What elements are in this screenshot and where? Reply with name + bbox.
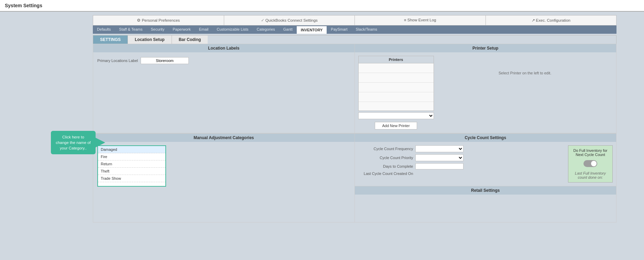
category-item-trade-show[interactable]: Trade Show [98,175,165,182]
bottom-grid: Manual Adjustment Categories Damaged Fir… [93,133,616,222]
full-inventory-label: Do Full Inventory for Next Cycle Count [572,148,608,157]
tooltip-text: Click here to change the name of your Ca… [56,135,91,150]
category-item-damaged[interactable]: Damaged [98,146,165,153]
ext-icon [532,18,536,22]
manual-adj-section: Manual Adjustment Categories Damaged Fir… [93,134,355,222]
tab-personal-prefs[interactable]: Personal Preferences [93,15,224,25]
retail-settings-header: Retail Settings [355,186,616,195]
printer-item[interactable] [359,92,434,102]
tab-event-log[interactable]: Show Event Log [355,15,486,25]
tooltip-bubble: Click here to change the name of your Ca… [51,131,96,154]
last-full-label: Last Full Inventory count done on: [572,171,608,179]
full-inventory-box: Do Full Inventory for Next Cycle Count L… [568,145,613,183]
frequency-select[interactable] [415,145,463,152]
primary-location-label: Primary Locations Label [97,59,138,63]
printer-right-panel: Select Printer on the left to edit. [437,56,613,90]
nav-tab-inventory[interactable]: INVENTORY [297,25,327,34]
category-item-return[interactable]: Return [98,160,165,168]
printer-item[interactable] [359,83,434,92]
printer-select[interactable] [358,112,434,119]
retail-settings-body [355,195,616,222]
location-labels-header: Location Labels [93,44,354,52]
printer-helper-text: Select Printer on the left to edit. [499,71,551,75]
cycle-count-section: Cycle Count Settings Cycle Count Frequen… [355,134,616,186]
printer-setup-body: Printers Add New Printer [355,52,616,133]
categories-list[interactable]: Damaged Fire Return Theft Trade Show [97,145,166,187]
frequency-row: Cycle Count Frequency [358,145,561,152]
location-labels-section: Location Labels Primary Locations Label [93,44,355,133]
section-tab-bar-coding[interactable]: Bar Coding [172,35,208,44]
nav-tab-slack-teams[interactable]: Slack/Teams [352,25,381,34]
frequency-label: Cycle Count Frequency [358,147,413,151]
printer-item[interactable] [359,102,434,111]
cycle-count-body: Cycle Count Frequency Cycle Count Priori… [355,142,616,186]
location-labels-body: Primary Locations Label [93,52,354,101]
page-title: System Settings [5,3,42,8]
full-inventory-panel: Do Full Inventory for Next Cycle Count L… [565,145,613,183]
page-wrapper: System Settings Personal Preferences Qui… [0,0,644,260]
category-item-fire[interactable]: Fire [98,153,165,160]
add-new-printer-button[interactable]: Add New Printer [375,122,417,129]
page-title-bar: System Settings [0,0,644,12]
cycle-count-fields: Cycle Count Frequency Cycle Count Priori… [358,145,561,183]
printer-list[interactable]: Printers [358,56,434,111]
category-item-theft[interactable]: Theft [98,168,165,175]
nav-tab-defaults[interactable]: Defaults [93,25,115,34]
nav-tab-paperwork[interactable]: Paperwork [168,25,195,34]
tab-quickbooks[interactable]: QuickBooks Connect Settings [224,15,355,25]
nav-tabs-bar: Defaults Staff & Teams Security Paperwor… [93,25,616,34]
nav-tab-paysmart[interactable]: PaySmart [327,25,351,34]
printer-left-panel: Printers Add New Printer [358,56,434,129]
section-tab-location-setup[interactable]: Location Setup [128,35,172,44]
full-inventory-toggle[interactable] [583,160,597,167]
nav-tab-gantt[interactable]: Gantt [279,25,297,34]
last-count-label: Last Cycle Count Created On [358,171,413,176]
manual-adj-header: Manual Adjustment Categories [93,134,354,142]
qb-icon [261,18,265,22]
retail-settings-section: Retail Settings [355,186,616,222]
main-content: Personal Preferences QuickBooks Connect … [0,12,644,226]
priority-select[interactable] [415,154,463,161]
nav-tab-security[interactable]: Security [146,25,168,34]
printer-item[interactable] [359,73,434,83]
printers-label: Printers [359,56,434,63]
last-count-row: Last Cycle Count Created On [358,171,561,176]
right-bottom-panel: Cycle Count Settings Cycle Count Frequen… [355,134,616,222]
top-section-grid: Location Labels Primary Locations Label … [93,44,616,133]
nav-tab-categories[interactable]: Categories [253,25,279,34]
printer-setup-header: Printer Setup [355,44,616,52]
nav-tab-staff-teams[interactable]: Staff & Teams [115,25,146,34]
days-row: Days to Complete [358,163,561,169]
section-tab-settings[interactable]: SETTINGS [93,35,128,44]
cycle-count-header: Cycle Count Settings [355,134,616,142]
nav-tab-customizable-lists[interactable]: Customizable Lists [212,25,252,34]
section-tabs-bar: SETTINGS Location Setup Bar Coding [93,35,616,44]
tab-exec-config[interactable]: Exec. Configuration [486,15,616,25]
days-input[interactable] [415,163,463,169]
primary-location-row: Primary Locations Label [97,57,350,64]
log-icon [404,18,407,22]
manual-adj-body: Damaged Fire Return Theft Trade Show [93,142,354,190]
priority-row: Cycle Count Priority [358,154,561,161]
top-tabs-bar: Personal Preferences QuickBooks Connect … [93,15,616,25]
primary-location-input[interactable] [141,57,189,64]
priority-label: Cycle Count Priority [358,156,413,160]
nav-tab-email[interactable]: Email [195,25,213,34]
gear-icon [137,18,142,22]
days-label: Days to Complete [358,164,413,168]
printer-setup-section: Printer Setup Printers [355,44,616,133]
printer-item[interactable] [359,63,434,73]
